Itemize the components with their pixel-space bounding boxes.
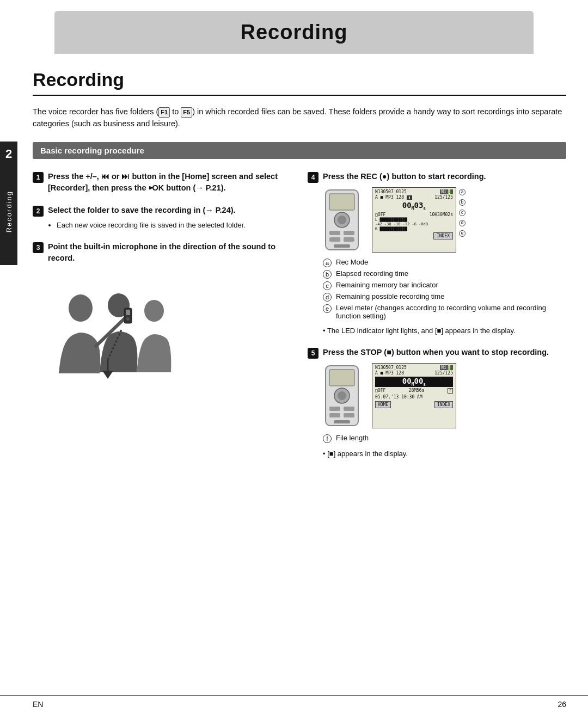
step-2: 2 Select the folder to save the recordin… (33, 205, 291, 231)
svg-rect-14 (329, 231, 340, 235)
step-3-text: Point the built-in microphone in the dir… (48, 241, 291, 264)
step-1-number: 1 (33, 172, 44, 183)
right-column: 4 Press the REC (●) button to start reco… (308, 171, 566, 470)
svg-rect-23 (329, 407, 340, 411)
screen-display-4: N130507_0125 Ni🔋 A ■ MP3 128 ▮ 125/125 0… (372, 187, 456, 253)
folder-icon-start: F1 (158, 107, 170, 118)
step-2-header: 2 Select the folder to save the recordin… (33, 205, 291, 217)
circle-c: c (323, 281, 332, 290)
intro-paragraph: The voice recorder has five folders (F1 … (33, 106, 566, 130)
step-5-number: 5 (308, 348, 318, 359)
label-b-marker: b (459, 199, 465, 206)
page-footer: EN 26 (0, 695, 588, 713)
screen5-folder: A ■ MP3 128 (375, 371, 404, 376)
screen5-duration: 28M56s (409, 388, 425, 394)
svg-point-22 (338, 391, 346, 400)
label-b-text: Elapsed recording time (336, 269, 408, 278)
chapter-number: 2 (5, 147, 12, 161)
step-5-note: • [■] appears in the display. (323, 448, 566, 459)
step-4-number: 4 (308, 172, 318, 183)
step-2-text: Select the folder to save the recording … (48, 205, 236, 216)
step-1: 1 Press the +/–, ⏮ or ⏭ button in the [H… (33, 171, 291, 194)
svg-rect-24 (344, 407, 354, 411)
circle-d: d (323, 293, 332, 302)
screen5-count: 125/125 (434, 371, 453, 376)
screen5-filename: N130507_0125 (375, 365, 407, 370)
screen4-filename: N130507_0125 (375, 189, 407, 194)
label-f-text: File length (336, 434, 369, 442)
circle-f: f (323, 434, 332, 443)
screen4-index-btn: INDEX (433, 232, 453, 239)
two-column-layout: 1 Press the +/–, ⏮ or ⏭ button in the [H… (33, 171, 566, 470)
label-a: a Rec Mode (323, 258, 566, 267)
step-4: 4 Press the REC (●) button to start reco… (308, 171, 566, 336)
screen5-date: 05.07.'13 10:30 AM (375, 395, 453, 399)
circle-e: e (323, 304, 332, 313)
screen5-loff: □OFF (375, 388, 385, 394)
svg-rect-5 (126, 310, 130, 315)
svg-rect-25 (329, 413, 340, 417)
screen4-battery: Ni🔋 (440, 189, 453, 194)
device-illustration (48, 275, 179, 401)
step-3-number: 3 (33, 242, 44, 253)
svg-rect-15 (344, 231, 354, 235)
device-thumbnail-4 (323, 187, 366, 253)
step-5-displays: N130507_0125 Ni🔋 A ■ MP3 128 125/125 00M… (323, 363, 566, 428)
section-title: Recording (33, 69, 566, 96)
page-header: Recording (54, 11, 534, 54)
step-3: 3 Point the built-in microphone in the d… (33, 241, 291, 264)
header-title: Recording (54, 21, 534, 44)
step-2-number: 2 (33, 206, 44, 217)
label-a-marker: a (459, 189, 465, 195)
step-1-header: 1 Press the +/–, ⏮ or ⏭ button in the [H… (33, 171, 291, 194)
svg-rect-18 (334, 244, 350, 248)
step-5: 5 Press the STOP (■) button when you wan… (308, 347, 566, 459)
label-e-text: Level meter (changes according to record… (336, 304, 566, 320)
svg-rect-16 (329, 237, 340, 242)
svg-point-6 (126, 317, 130, 321)
step-4-text: Press the REC (●) button to start record… (323, 171, 486, 182)
label-c: c Remaining memory bar indicator (323, 281, 566, 290)
label-b: b Elapsed recording time (323, 269, 566, 279)
label-a-text: Rec Mode (336, 258, 368, 266)
chapter-label: Recording (5, 190, 13, 232)
label-d-text: Remaining possible recording time (336, 292, 444, 300)
screen5-time: 00M00s (375, 377, 453, 387)
step-4-note: • The LED indicator light lights, and [■… (323, 325, 566, 336)
main-content: Recording The voice recorder has five fo… (33, 54, 566, 470)
label-e-marker: e (459, 230, 465, 237)
step-5-labels: f File length (323, 434, 566, 443)
step-1-text: Press the +/–, ⏮ or ⏭ button in the [Hom… (48, 171, 291, 194)
svg-rect-17 (344, 237, 354, 242)
step-2-subtext: Each new voice recording file is saved i… (48, 220, 291, 231)
screen5-home-btn: HOME (375, 401, 391, 408)
svg-rect-20 (329, 370, 354, 386)
device-thumbnail-5 (323, 363, 366, 428)
step-5-header: 5 Press the STOP (■) button when you wan… (308, 347, 566, 359)
svg-point-2 (144, 300, 164, 322)
step-5-text: Press the STOP (■) button when you want … (323, 347, 549, 358)
screen-display-5: N130507_0125 Ni🔋 A ■ MP3 128 125/125 00M… (372, 363, 456, 428)
svg-marker-7 (102, 371, 113, 379)
label-e: e Level meter (changes according to reco… (323, 304, 566, 320)
label-c-text: Remaining memory bar indicator (336, 281, 438, 289)
label-c-marker: c (459, 210, 465, 216)
step-4-header: 4 Press the REC (●) button to start reco… (308, 171, 566, 183)
label-d: d Remaining possible recording time (323, 292, 566, 302)
screen5-f-label: f (448, 388, 453, 394)
screen5-battery: Ni🔋 (440, 365, 453, 370)
step-4-labels: a Rec Mode b Elapsed recording time c Re… (323, 258, 566, 320)
step-4-displays: N130507_0125 Ni🔋 A ■ MP3 128 ▮ 125/125 0… (323, 187, 566, 253)
step-3-header: 3 Point the built-in microphone in the d… (33, 241, 291, 264)
folder-icon-end: F5 (181, 107, 192, 118)
screen4-level: L ████████████ (375, 218, 453, 222)
step-2-bullet: Each new voice recording file is saved i… (57, 220, 291, 231)
label-d-marker: d (459, 220, 465, 226)
screen4-time: 00M03s (375, 201, 453, 211)
chapter-tab: 2 Recording (0, 142, 17, 265)
svg-rect-11 (329, 194, 354, 210)
svg-rect-27 (334, 420, 350, 423)
svg-point-13 (338, 216, 346, 224)
label-f: f File length (323, 434, 566, 443)
footer-language: EN (33, 700, 43, 709)
